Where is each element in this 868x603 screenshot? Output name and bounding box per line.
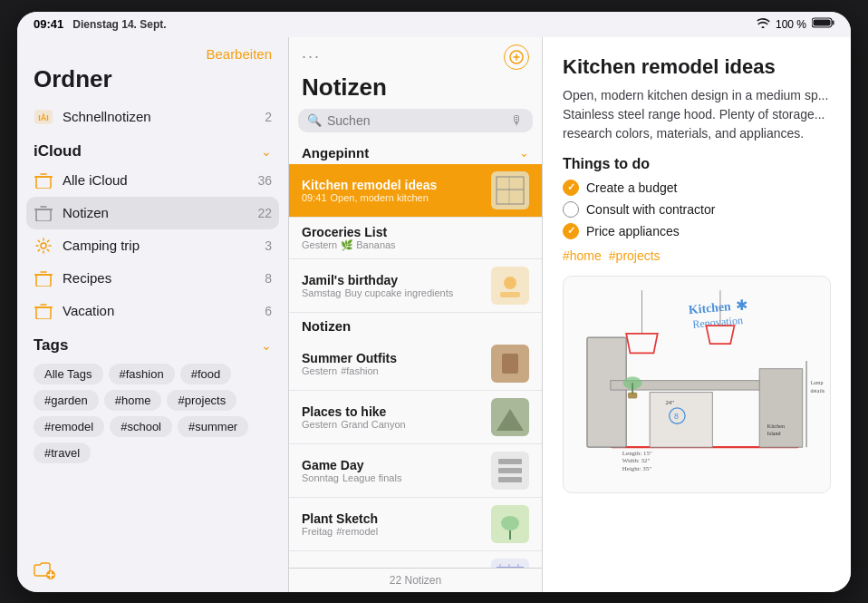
tag-summer[interactable]: #summer xyxy=(178,416,248,437)
checkbox-budget[interactable] xyxy=(563,180,579,196)
status-bar: 09:41 Dienstag 14. Sept. 100 % xyxy=(17,12,851,37)
checklist-item-budget: Create a budget xyxy=(563,180,831,196)
vacation-count: 6 xyxy=(265,304,272,318)
gameday-thumbnail xyxy=(491,452,529,490)
note-plant-title: Plant Sketch xyxy=(302,511,484,526)
tag-alle[interactable]: Alle Tags xyxy=(34,364,103,384)
svg-rect-14 xyxy=(500,292,520,297)
new-folder-button[interactable] xyxy=(34,559,55,585)
svg-text:Width: 32": Width: 32" xyxy=(622,457,651,463)
notes-section-header-regular: Notizen xyxy=(289,313,542,337)
svg-text:Height: 35": Height: 35" xyxy=(622,465,651,472)
battery-icon xyxy=(812,17,834,31)
note-item-jamil[interactable]: Jamil's birthday Samstag Buy cupcake ing… xyxy=(289,259,542,313)
svg-text:Length: 15": Length: 15" xyxy=(622,449,652,455)
note-item-gameday[interactable]: Game Day Sonntag League finals xyxy=(289,444,542,498)
note-item-stitching[interactable]: Stitching Patterns xyxy=(289,551,542,568)
note-hike-meta-row: Gestern Grand Canyon xyxy=(302,419,484,430)
folder-item-alle-icloud[interactable]: Alle iCloud 36 xyxy=(26,164,279,197)
note-jamil-content: Jamil's birthday Samstag Buy cupcake ing… xyxy=(302,273,484,298)
ipad-device: 09:41 Dienstag 14. Sept. 100 % Bearbeite… xyxy=(17,12,851,592)
note-kitchen-meta-row: 09:41 Open, modern kitchen xyxy=(302,192,484,203)
note-item-groceries[interactable]: Groceries List Gestern 🌿 Bananas xyxy=(289,218,542,259)
note-kitchen-content: Kitchen remodel ideas 09:41 Open, modern… xyxy=(302,178,484,203)
mic-icon: 🎙 xyxy=(511,113,524,128)
svg-rect-26 xyxy=(493,560,527,568)
note-item-summer-outfits[interactable]: Summer Outfits Gestern #fashion xyxy=(289,337,542,391)
folder-item-notizen[interactable]: Notizen 22 xyxy=(26,197,279,229)
note-detail-description: Open, modern kitchen design in a medium … xyxy=(563,86,831,143)
svg-rect-1 xyxy=(833,21,834,25)
note-kitchen-title: Kitchen remodel ideas xyxy=(302,178,484,192)
note-jamil-title: Jamil's birthday xyxy=(302,273,484,287)
folder-icon-notizen xyxy=(34,203,53,223)
note-groceries-meta: Gestern xyxy=(302,239,337,250)
left-panel: Bearbeiten Ordner IÅI Schnellnotizen 2 xyxy=(17,37,289,592)
note-item-hike[interactable]: Places to hike Gestern Grand Canyon xyxy=(289,391,542,444)
svg-rect-20 xyxy=(498,459,522,464)
notes-scroll: Angepinnt ⌄ Kitchen remodel ideas 09:41 … xyxy=(289,140,542,568)
tag-travel[interactable]: #travel xyxy=(34,443,91,463)
note-summer-meta: Gestern xyxy=(302,365,337,376)
gear-icon-camping xyxy=(34,236,53,256)
pinned-label: Angepinnt xyxy=(302,145,369,160)
middle-panel: ··· Notizen 🔍 🎙 Angepinnt ⌄ xyxy=(289,37,543,592)
svg-rect-40 xyxy=(587,337,626,447)
notizen-folder-count: 22 xyxy=(257,206,272,220)
note-gameday-meta-row: Sonntag League finals xyxy=(302,472,484,483)
svg-rect-16 xyxy=(502,354,518,374)
edit-button[interactable]: Bearbeiten xyxy=(206,46,272,62)
note-gameday-preview: League finals xyxy=(342,472,401,483)
svg-text:✱: ✱ xyxy=(736,297,747,312)
tag-fashion[interactable]: #fashion xyxy=(109,364,175,384)
note-plant-meta-row: Freitag #remodel xyxy=(302,526,484,537)
tag-home-link[interactable]: #home xyxy=(563,248,602,263)
left-panel-header: Bearbeiten xyxy=(17,37,288,62)
note-jamil-meta-row: Samstag Buy cupcake ingredients xyxy=(302,287,484,298)
tag-projects-link[interactable]: #projects xyxy=(609,248,661,263)
note-summer-title: Summer Outfits xyxy=(302,351,484,365)
note-groceries-content: Groceries List Gestern 🌿 Bananas xyxy=(302,225,529,251)
note-kitchen-meta: 09:41 xyxy=(302,192,327,203)
more-dots-icon: ··· xyxy=(302,47,321,66)
tag-garden[interactable]: #garden xyxy=(34,390,99,411)
folder-icon-alle-icloud xyxy=(34,170,53,190)
search-bar[interactable]: 🔍 🎙 xyxy=(298,109,533,132)
folder-item-vacation[interactable]: Vacation 6 xyxy=(26,295,279,327)
tag-home[interactable]: #home xyxy=(104,390,162,411)
notizen-folder-label: Notizen xyxy=(63,205,248,220)
note-groceries-title: Groceries List xyxy=(302,225,529,239)
note-item-plant[interactable]: Plant Sketch Freitag #remodel xyxy=(289,498,542,551)
note-item-kitchen[interactable]: Kitchen remodel ideas 09:41 Open, modern… xyxy=(289,164,542,218)
stitching-thumbnail xyxy=(491,559,529,568)
left-panel-footer xyxy=(17,551,288,592)
compose-button[interactable] xyxy=(504,44,529,70)
hike-thumbnail xyxy=(491,398,529,436)
search-input[interactable] xyxy=(327,113,506,128)
checkbox-appliances[interactable] xyxy=(563,223,579,239)
recipes-label: Recipes xyxy=(63,270,256,286)
tag-school[interactable]: #school xyxy=(110,416,172,437)
checkbox-contractor[interactable] xyxy=(563,201,579,218)
camping-count: 3 xyxy=(265,238,272,253)
folder-icon-vacation xyxy=(34,301,53,321)
folder-item-quicknotes[interactable]: IÅI Schnellnotizen 2 xyxy=(26,101,279,133)
note-jamil-meta: Samstag xyxy=(302,287,341,298)
svg-rect-8 xyxy=(493,173,527,208)
folder-item-recipes[interactable]: Recipes 8 xyxy=(26,262,279,295)
note-summer-content: Summer Outfits Gestern #fashion xyxy=(302,351,484,376)
svg-rect-21 xyxy=(498,468,522,473)
folder-item-camping[interactable]: Camping trip 3 xyxy=(26,229,279,262)
tags-section-header: Tags ⌄ xyxy=(26,327,279,358)
tags-container: Alle Tags #fashion #food #garden #home #… xyxy=(26,358,279,469)
svg-text:Island: Island xyxy=(767,431,781,436)
middle-header: ··· xyxy=(289,37,542,70)
status-icons: 100 % xyxy=(756,17,834,31)
tag-food[interactable]: #food xyxy=(180,364,232,384)
folder-icon-recipes xyxy=(34,268,53,288)
summer-thumbnail xyxy=(491,345,529,383)
svg-rect-22 xyxy=(498,477,522,482)
tag-remodel[interactable]: #remodel xyxy=(34,416,104,437)
right-panel: Kitchen remodel ideas Open, modern kitch… xyxy=(543,37,851,592)
tag-projects[interactable]: #projects xyxy=(167,390,236,411)
